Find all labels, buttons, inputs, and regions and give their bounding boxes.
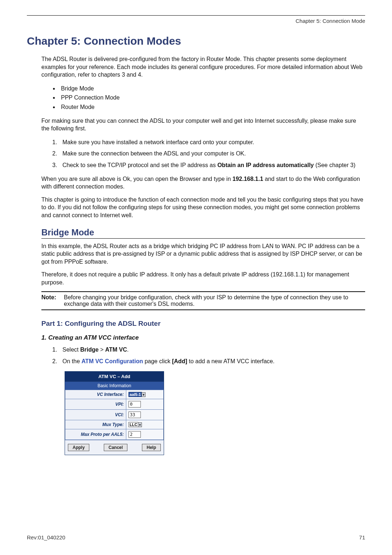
footer-revision: Rev:01_040220	[27, 534, 65, 540]
intro-paragraph-4: This chapter is going to introduce the f…	[41, 196, 365, 219]
prereq-numbered-list: Make sure you have installed a network i…	[52, 138, 365, 170]
vc-interface-cell: aal5-1▾	[126, 390, 164, 399]
note-block: Note: Before changing your bridge config…	[41, 291, 365, 310]
bridge-paragraph-2: Therefore, it does not require a public …	[41, 271, 365, 286]
dialog-button-row: Apply Cancel Help	[65, 440, 164, 455]
list-item-text: On the ATM VC Configuration page click […	[62, 357, 274, 366]
text-fragment: >	[99, 347, 105, 353]
apply-button[interactable]: Apply	[68, 444, 89, 451]
dialog-form-table: VC Interface: aal5-1▾ VPI: 0 VCI: 33 Mux…	[65, 390, 164, 440]
list-item: Bridge Mode	[59, 84, 365, 93]
part1-title: Part 1: Configuring the ADSL Router	[41, 320, 365, 328]
list-item-text: Make sure you have installed a network i…	[62, 138, 254, 147]
vci-input[interactable]: 33	[128, 412, 141, 418]
mode-bullet-list: Bridge Mode PPP Connection Mode Router M…	[52, 84, 365, 112]
vci-cell: 33	[126, 409, 164, 420]
text-fragment: Check to see the TCP/IP protocol and set…	[62, 162, 217, 168]
text-fragment: page click	[143, 358, 172, 364]
table-row: Mux Type: LLC▾	[65, 420, 164, 429]
list-item-text: Make sure the connection between the ADS…	[62, 149, 246, 158]
text-fragment: Select	[62, 347, 80, 353]
note-text: Before changing your bridge configuratio…	[64, 294, 365, 307]
text-fragment: to add a new ATM VCC interface.	[187, 358, 275, 364]
text-fragment: (See chapter 3)	[314, 162, 356, 168]
text-fragment: On the	[62, 358, 81, 364]
text-bold: 192.168.1.1	[233, 176, 264, 182]
vpi-input[interactable]: 0	[128, 401, 141, 408]
text-bold: ATM VC	[105, 347, 127, 353]
footer-page-number: 71	[359, 534, 365, 540]
help-button[interactable]: Help	[142, 444, 161, 451]
step-heading: 1. Creating an ATM VCC interface	[41, 334, 365, 341]
mux-type-cell: LLC▾	[126, 420, 164, 429]
vpi-label: VPI:	[65, 399, 126, 409]
list-item: Router Mode	[59, 102, 365, 112]
vc-interface-label: VC Interface:	[65, 390, 126, 399]
note-label: Note:	[41, 294, 64, 307]
chevron-down-icon[interactable]: ▾	[138, 422, 142, 427]
text-fragment: .	[127, 347, 128, 353]
vci-label: VCI:	[65, 409, 126, 420]
list-item-text: Select Bridge > ATM VC.	[62, 345, 128, 355]
intro-paragraph-1: The ADSL Router is delivered pre-configu…	[41, 55, 365, 79]
max-proto-input[interactable]: 2	[128, 431, 141, 438]
vc-interface-select[interactable]: aal5-1	[128, 392, 142, 397]
list-item: Make sure the connection between the ADS…	[52, 149, 365, 158]
table-row: VC Interface: aal5-1▾	[65, 390, 164, 399]
list-item: Check to see the TCP/IP protocol and set…	[52, 161, 365, 170]
text-bold: [Add]	[172, 358, 187, 364]
chapter-title: Chapter 5: Connection Modes	[27, 35, 365, 47]
list-item: Make sure you have installed a network i…	[52, 138, 365, 147]
section-bridge-mode-title: Bridge Mode	[41, 227, 365, 239]
list-item: PPP Connection Mode	[59, 93, 365, 102]
bridge-paragraph-1: In this example, the ADSL Router acts as…	[41, 242, 365, 266]
header-rule	[27, 15, 365, 16]
mux-type-select[interactable]: LLC	[128, 422, 138, 427]
part1-steps: Select Bridge > ATM VC. On the ATM VC Co…	[52, 345, 365, 366]
list-item: On the ATM VC Configuration page click […	[52, 357, 365, 366]
text-link-style: ATM VC Configuration	[81, 358, 143, 364]
intro-paragraph-2: For making sure that you can connect the…	[41, 117, 365, 133]
text-bold: Obtain an IP address automatically	[217, 162, 314, 168]
cancel-button[interactable]: Cancel	[104, 444, 127, 451]
intro-paragraph-3: When you are sure all above is Ok, you c…	[41, 175, 365, 191]
list-item: Select Bridge > ATM VC.	[52, 345, 365, 355]
max-proto-label: Max Proto per AAL5:	[65, 429, 126, 439]
table-row: Max Proto per AAL5: 2	[65, 429, 164, 439]
max-proto-cell: 2	[126, 429, 164, 439]
page-footer: Rev:01_040220 71	[27, 534, 365, 540]
mux-type-label: Mux Type:	[65, 420, 126, 429]
text-fragment: When you are sure all above is Ok, you c…	[41, 176, 233, 182]
text-bold: Bridge	[80, 347, 99, 353]
running-header: Chapter 5: Connection Mode	[27, 18, 365, 24]
table-row: VPI: 0	[65, 399, 164, 409]
vpi-cell: 0	[126, 399, 164, 409]
dialog-section-header: Basic Information	[65, 381, 164, 390]
table-row: VCI: 33	[65, 409, 164, 420]
chevron-down-icon[interactable]: ▾	[142, 392, 146, 397]
list-item-text: Check to see the TCP/IP protocol and set…	[62, 161, 355, 170]
dialog-title: ATM VC – Add	[65, 372, 164, 381]
atm-vc-add-dialog: ATM VC – Add Basic Information VC Interf…	[65, 371, 164, 455]
